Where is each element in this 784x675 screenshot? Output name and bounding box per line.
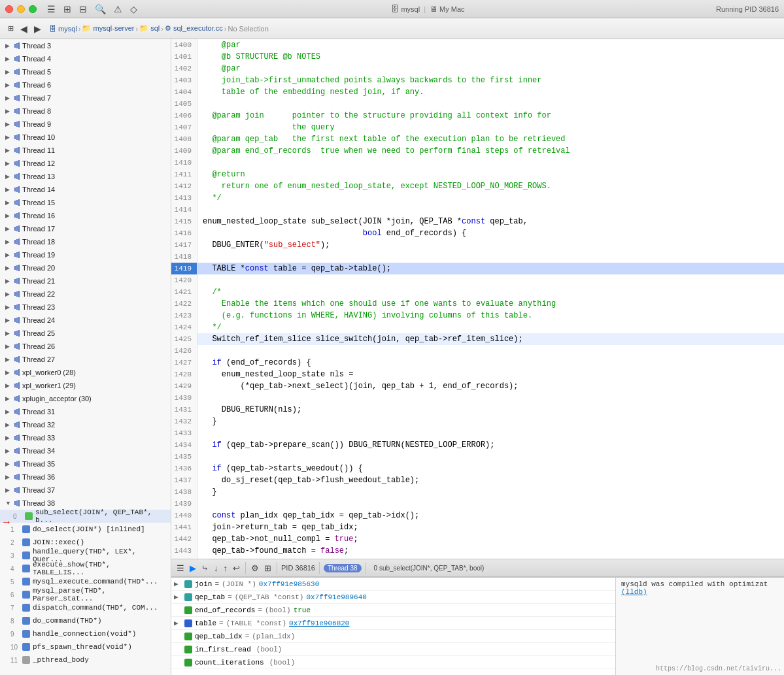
breadcrumb-item-mysql[interactable]: 🗄 mysql xyxy=(49,25,77,33)
threads-button[interactable]: ⚙ xyxy=(250,562,260,574)
thread-item-24[interactable]: ▶ Thread 24 xyxy=(0,314,171,327)
stack-frame-3[interactable]: 3 handle_query(THD*, LEX*, Quer... xyxy=(0,549,171,562)
code-line-1435: 1435 xyxy=(171,451,784,463)
thread-icon xyxy=(14,121,20,127)
stack-frame-6[interactable]: 6 mysql_parse(THD*, Parser_stat... xyxy=(0,588,171,601)
thread-item-25[interactable]: ▶ Thread 25 xyxy=(0,327,171,340)
no-selection-label: No Selection xyxy=(228,25,268,33)
bookmark-button[interactable]: ◇ xyxy=(128,3,140,16)
breadcrumb-item-mysql-server[interactable]: 📁 mysql-server xyxy=(82,24,134,33)
console-link[interactable]: (lldb) xyxy=(621,588,647,596)
thread-item-23[interactable]: ▶ Thread 23 xyxy=(0,301,171,314)
thread-item-11[interactable]: ▶ Thread 11 xyxy=(0,144,171,157)
thread-icon xyxy=(14,95,20,101)
zoom-button[interactable] xyxy=(29,5,37,13)
var-qep-tab-idx[interactable]: qep_tab_idx = (plan_idx) xyxy=(171,630,615,643)
thread-item-10[interactable]: ▶ Thread 10 xyxy=(0,131,171,144)
thread-item-34[interactable]: ▶ Thread 34 xyxy=(0,444,171,457)
thread-item-17[interactable]: ▶ Thread 17 xyxy=(0,222,171,235)
collapse-all-button[interactable]: ⊟ xyxy=(77,3,90,16)
thread-item-19[interactable]: ▶ Thread 19 xyxy=(0,248,171,261)
thread-icon xyxy=(14,160,20,167)
thread-item-14[interactable]: ▶ Thread 14 xyxy=(0,183,171,196)
var-qep-tab[interactable]: ▶ qep_tab = (QEP_TAB *const) 0x7ff91e989… xyxy=(171,591,615,604)
stack-frame-7[interactable]: 7 dispatch_command(THD*, COM... xyxy=(0,601,171,614)
thread-item-31[interactable]: ▶ Thread 31 xyxy=(0,405,171,418)
back-button[interactable]: ◀ xyxy=(18,22,30,35)
thread-item-3[interactable]: ▶ Thread 3 xyxy=(0,39,171,52)
thread-item-6[interactable]: ▶ Thread 6 xyxy=(0,78,171,91)
var-icon-idx xyxy=(184,633,192,640)
stack-frame-4[interactable]: 4 execute_show(THD*, TABLE_LIS... xyxy=(0,562,171,575)
var-in-first-read[interactable]: in_first_read (bool) xyxy=(171,643,615,656)
thread-item-22[interactable]: ▶ Thread 22 xyxy=(0,288,171,301)
code-line-1402: 1402 @par xyxy=(171,63,784,74)
thread-item-xpl-29[interactable]: ▶ xpl_worker1 (29) xyxy=(0,379,171,392)
thread-item-xplugin-30[interactable]: ▶ xplugin_acceptor (30) xyxy=(0,392,171,405)
thread-item-33[interactable]: ▶ Thread 33 xyxy=(0,431,171,444)
debug-list-button[interactable]: ⊞ xyxy=(5,22,16,35)
right-panel: 1400 @par 1401 @b STRUCTURE @b NOTES 140… xyxy=(171,39,784,675)
code-line-1418: 1418 xyxy=(171,251,784,263)
thread-item-27[interactable]: ▶ Thread 27 xyxy=(0,353,171,366)
code-line-1438: 1438 } xyxy=(171,486,784,498)
thread-item-32[interactable]: ▶ Thread 32 xyxy=(0,418,171,431)
thread-item-13[interactable]: ▶ Thread 13 xyxy=(0,170,171,183)
thread-item-21[interactable]: ▶ Thread 21 xyxy=(0,274,171,288)
thread-item-15[interactable]: ▶ Thread 15 xyxy=(0,196,171,209)
step-out-button[interactable]: ↑ xyxy=(222,562,230,574)
stack-frame-8[interactable]: 8 do_command(THD*) xyxy=(0,614,171,627)
var-table[interactable]: ▶ table = (TABLE *const) 0x7ff91e906820 xyxy=(171,617,615,630)
warning-button[interactable]: ⚠ xyxy=(111,3,125,16)
thread-item-12[interactable]: ▶ Thread 12 xyxy=(0,157,171,170)
thread-item-8[interactable]: ▶ Thread 8 xyxy=(0,105,171,118)
symbol-button[interactable]: ⊞ xyxy=(263,562,273,574)
thread-item-5[interactable]: ▶ Thread 5 xyxy=(0,65,171,78)
thread-item-20[interactable]: ▶ Thread 20 xyxy=(0,261,171,274)
thread-item-18[interactable]: ▶ Thread 18 xyxy=(0,235,171,248)
tab-mymac[interactable]: 🖥 My Mac xyxy=(430,5,465,14)
stack-frame-1[interactable]: 1 do_select(JOIN*) [inlined] xyxy=(0,523,171,536)
search-button[interactable]: 🔍 xyxy=(92,3,109,16)
thread-icon xyxy=(14,239,20,245)
step-over-button[interactable]: ⤷ xyxy=(200,562,210,574)
step-into-button[interactable]: ↓ xyxy=(213,562,220,574)
var-end-of-records[interactable]: end_of_records = (bool) true xyxy=(171,604,615,617)
thread-item-4[interactable]: ▶ Thread 4 xyxy=(0,52,171,65)
thread-item-9[interactable]: ▶ Thread 9 xyxy=(0,118,171,131)
play-button[interactable]: ▶ xyxy=(188,562,197,574)
thread-item-xpl-28[interactable]: ▶ xpl_worker0 (28) xyxy=(0,366,171,379)
thread-item-37[interactable]: ▶ Thread 37 xyxy=(0,484,171,497)
code-editor[interactable]: 1400 @par 1401 @b STRUCTURE @b NOTES 140… xyxy=(171,39,784,559)
stack-frame-2[interactable]: 2 JOIN::exec() xyxy=(0,536,171,549)
code-line-1401: 1401 @b STRUCTURE @b NOTES xyxy=(171,51,784,63)
thread-item-16[interactable]: ▶ Thread 16 xyxy=(0,209,171,222)
var-join[interactable]: ▶ join = (JOIN *) 0x7ff91e985630 xyxy=(171,578,615,591)
breadcrumb-item-sql[interactable]: 📁 sql xyxy=(139,24,160,33)
traffic-lights xyxy=(5,5,37,13)
tab-mysql[interactable]: 🗄 mysql xyxy=(391,5,420,14)
stack-icon-gray xyxy=(22,656,30,664)
breadcrumb-item-file[interactable]: ⚙ sql_executor.cc xyxy=(165,24,223,33)
thread-item-7[interactable]: ▶ Thread 7 xyxy=(0,91,171,105)
thread-item-35[interactable]: ▶ Thread 35 xyxy=(0,457,171,470)
stack-frame-11[interactable]: 11 _pthread_body xyxy=(0,653,171,667)
code-line-1424: 1424 */ xyxy=(171,321,784,333)
debug-list-btn[interactable]: ☰ xyxy=(175,562,186,574)
forward-button[interactable]: ▶ xyxy=(31,22,44,35)
thread-item-26[interactable]: ▶ Thread 26 xyxy=(0,340,171,353)
thread-item-36[interactable]: ▶ Thread 36 xyxy=(0,470,171,484)
stack-frame-5[interactable]: 5 mysql_execute_command(THD*... xyxy=(0,575,171,588)
stack-frame-0[interactable]: 0 sub_select(JOIN*, QEP_TAB*, b... xyxy=(0,510,171,523)
var-count-iterations[interactable]: count_iterations (bool) xyxy=(171,656,615,669)
thread-icon xyxy=(14,134,20,140)
sidebar-toggle-button[interactable]: ☰ xyxy=(44,3,58,16)
stack-frame-9[interactable]: 9 handle_connection(void*) xyxy=(0,627,171,640)
minimize-button[interactable] xyxy=(17,5,25,13)
expand-all-button[interactable]: ⊞ xyxy=(61,3,74,16)
thread-item-38[interactable]: ▼ Thread 38 xyxy=(0,497,171,510)
var-icon-qep xyxy=(184,593,192,601)
stack-frame-10[interactable]: 10 pfs_spawn_thread(void*) xyxy=(0,640,171,653)
close-button[interactable] xyxy=(5,5,13,13)
return-button[interactable]: ↩ xyxy=(231,562,241,574)
